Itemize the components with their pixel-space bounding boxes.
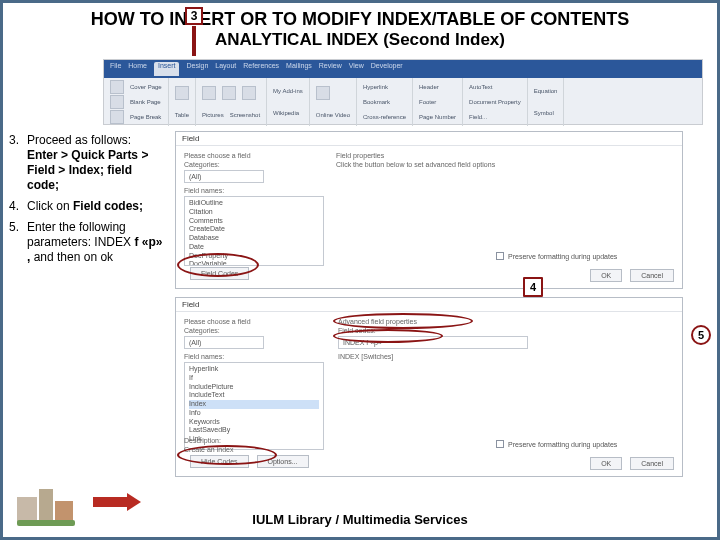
wikipedia-button[interactable]: Wikipedia — [273, 110, 299, 116]
dialog2-syntax: INDEX [Switches] — [338, 353, 548, 360]
step-badge-3-connector — [192, 26, 196, 56]
instruction-4: 4. Click on Field codes; — [9, 199, 163, 214]
online-video-button[interactable]: Online Video — [316, 112, 350, 118]
chart-icon — [242, 86, 256, 100]
ribbon-group-tables: Table — [169, 78, 196, 126]
cover-page-button[interactable]: Cover Page — [130, 84, 162, 90]
pictures-button[interactable]: Pictures — [202, 112, 224, 118]
list-item[interactable]: Citation — [189, 208, 319, 217]
tab-mailings[interactable]: Mailings — [286, 62, 312, 76]
blank-page-button[interactable]: Blank Page — [130, 99, 161, 105]
instruction-5: 5. Enter the following parameters: INDEX… — [9, 220, 163, 265]
footer-text: IULM Library / Multimedia Services — [3, 512, 717, 527]
ribbon-group-pages: Cover Page Blank Page Page Break — [104, 78, 169, 126]
tab-file[interactable]: File — [110, 62, 121, 76]
dialog1-props-label: Field properties — [336, 152, 656, 159]
tab-review[interactable]: Review — [319, 62, 342, 76]
dialog1-choose-label: Please choose a field — [184, 152, 324, 159]
title-block: HOW TO INSERT OR TO MODIFY INDEX/TABLE O… — [3, 9, 717, 50]
dialog1-props-hint: Click the button below to set advanced f… — [336, 161, 656, 168]
dialog1-preserve-checkbox[interactable]: Preserve formatting during updates — [496, 252, 617, 260]
checkbox-icon — [496, 252, 504, 260]
dialog2-preserve-checkbox[interactable]: Preserve formatting during updates — [496, 440, 617, 448]
dialog2-names-label: Field names: — [184, 353, 324, 360]
dialog1-footer: OK Cancel — [584, 269, 674, 282]
shapes-icon — [222, 86, 236, 100]
page-icon — [110, 95, 124, 109]
tab-references[interactable]: References — [243, 62, 279, 76]
cross-reference-button[interactable]: Cross-reference — [363, 114, 406, 120]
dialog2-categories-select[interactable]: (All) — [184, 336, 264, 349]
doc-property-button[interactable]: Document Property — [469, 99, 521, 105]
list-item[interactable]: BidiOutline — [189, 199, 319, 208]
instruction-5-text: Enter the following parameters: INDEX f … — [27, 220, 163, 265]
instruction-3-text: Proceed as follows: Enter > Quick Parts … — [27, 133, 163, 193]
list-item[interactable]: IncludeText — [189, 391, 319, 400]
list-item-selected[interactable]: Index — [189, 400, 319, 409]
instructions-panel: 3. Proceed as follows: Enter > Quick Par… — [9, 133, 163, 271]
callout-5: 5 — [691, 325, 711, 345]
equation-button[interactable]: Equation — [534, 88, 558, 94]
instruction-4-number: 4. — [9, 199, 27, 214]
dialog2-cat-label: Categories: — [184, 327, 324, 334]
list-item[interactable]: Comments — [189, 217, 319, 226]
dialog1-ok-button[interactable]: OK — [590, 269, 622, 282]
field-menu-button[interactable]: Field... — [469, 114, 487, 120]
step-badge-3: 3 — [185, 7, 203, 25]
page-icon — [110, 80, 124, 94]
bookmark-button[interactable]: Bookmark — [363, 99, 390, 105]
my-addins-button[interactable]: My Add-ins — [273, 88, 303, 94]
list-item[interactable]: Date — [189, 243, 319, 252]
header-button[interactable]: Header — [419, 84, 439, 90]
ribbon-group-links: Hyperlink Bookmark Cross-reference — [357, 78, 413, 126]
hyperlink-button[interactable]: Hyperlink — [363, 84, 388, 90]
tab-design[interactable]: Design — [186, 62, 208, 76]
tab-developer[interactable]: Developer — [371, 62, 403, 76]
annotation-ring-field-codes — [177, 253, 259, 277]
autotext-button[interactable]: AutoText — [469, 84, 492, 90]
tab-view[interactable]: View — [349, 62, 364, 76]
ribbon-body: Cover Page Blank Page Page Break Table P… — [104, 78, 702, 126]
dialog2-cancel-button[interactable]: Cancel — [630, 457, 674, 470]
dialog2-footer: OK Cancel — [584, 457, 674, 470]
symbol-button[interactable]: Symbol — [534, 110, 554, 116]
list-item[interactable]: Hyperlink — [189, 365, 319, 374]
tab-insert[interactable]: Insert — [154, 62, 180, 76]
title-line-1: HOW TO INSERT OR TO MODIFY INDEX/TABLE O… — [3, 9, 717, 30]
list-item[interactable]: Info — [189, 409, 319, 418]
ribbon-group-illustrations: Pictures Screenshot — [196, 78, 267, 126]
page-number-button[interactable]: Page Number — [419, 114, 456, 120]
dialog1-names-label: Field names: — [184, 187, 324, 194]
title-line-2: ANALYTICAL INDEX (Second Index) — [3, 30, 717, 50]
dialog1-cancel-button[interactable]: Cancel — [630, 269, 674, 282]
list-item[interactable]: IncludePicture — [189, 383, 319, 392]
instruction-3-number: 3. — [9, 133, 27, 193]
list-item[interactable]: LastSavedBy — [189, 426, 319, 435]
list-item[interactable]: CreateDate — [189, 225, 319, 234]
ribbon-tabs: File Home Insert Design Layout Reference… — [104, 60, 702, 78]
step-badge-3-label: 3 — [191, 9, 198, 23]
dialog2-choose-label: Please choose a field — [184, 318, 324, 325]
dialog2-left: Please choose a field Categories: (All) … — [184, 318, 324, 450]
list-item[interactable]: Keywords — [189, 418, 319, 427]
dialog2-desc-label: Description: — [184, 437, 309, 444]
ribbon-group-media: Online Video — [310, 78, 357, 126]
screenshot-button[interactable]: Screenshot — [230, 112, 260, 118]
dialog1-categories-select[interactable]: (All) — [184, 170, 264, 183]
list-item[interactable]: If — [189, 374, 319, 383]
table-icon — [175, 86, 189, 100]
instruction-5-number: 5. — [9, 220, 27, 265]
ribbon-group-text: AutoText Document Property Field... — [463, 78, 528, 126]
tab-layout[interactable]: Layout — [215, 62, 236, 76]
ribbon-group-symbols: Equation Symbol — [528, 78, 565, 126]
tab-home[interactable]: Home — [128, 62, 147, 76]
next-arrow-icon — [93, 493, 143, 511]
slide: HOW TO INSERT OR TO MODIFY INDEX/TABLE O… — [0, 0, 720, 540]
pictures-icon — [202, 86, 216, 100]
dialog1-title: Field — [176, 132, 682, 146]
dialog2-ok-button[interactable]: OK — [590, 457, 622, 470]
list-item[interactable]: Database — [189, 234, 319, 243]
page-break-button[interactable]: Page Break — [130, 114, 161, 120]
footer-button[interactable]: Footer — [419, 99, 436, 105]
table-button[interactable]: Table — [175, 112, 189, 118]
